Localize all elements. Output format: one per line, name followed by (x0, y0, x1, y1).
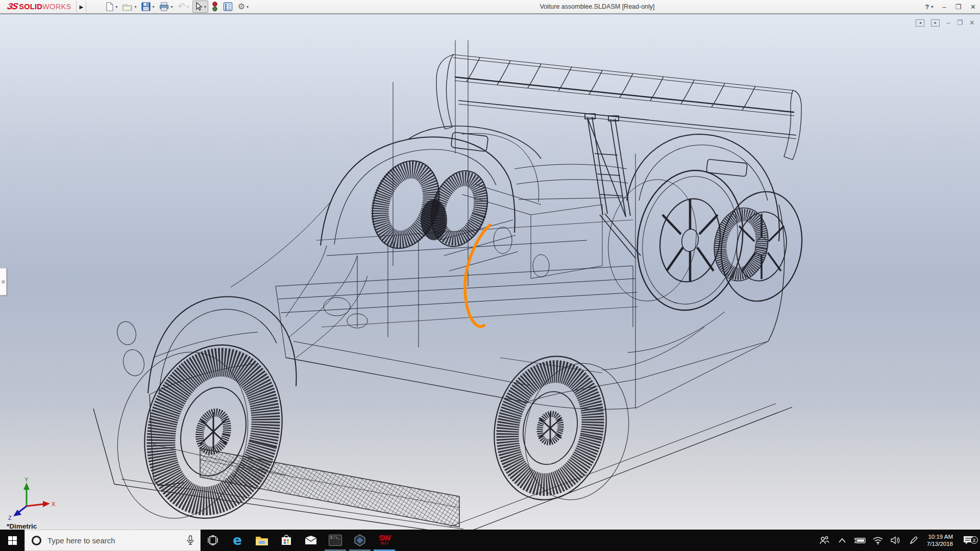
volume-button[interactable] (889, 536, 902, 544)
undo-dropdown[interactable]: ▾ (187, 5, 189, 9)
command-prompt-icon: C:\_ (329, 535, 342, 546)
new-document-dropdown[interactable]: ▾ (115, 5, 117, 9)
triad-x-label: X (52, 501, 56, 507)
doc-prev-button[interactable]: ◂ (916, 19, 924, 27)
restore-button[interactable]: ❐ (955, 3, 961, 11)
file-explorer-icon (255, 535, 268, 546)
save-button[interactable]: ▾ (140, 1, 156, 12)
mail-icon (305, 536, 317, 545)
document-properties-button[interactable] (222, 1, 234, 12)
new-document-icon (105, 2, 114, 11)
menu-flyout-button[interactable]: ▶ (76, 1, 86, 13)
save-floppy-icon (141, 2, 151, 11)
system-tray: 10:19 AM 7/13/2018 2 (818, 530, 980, 551)
start-button[interactable] (0, 530, 24, 551)
print-dropdown[interactable]: ▾ (170, 5, 173, 9)
wifi-icon (873, 537, 883, 544)
windows-logo-icon (8, 536, 17, 545)
help-dropdown[interactable]: ▾ (931, 5, 933, 9)
close-button[interactable]: ✕ (970, 3, 976, 11)
new-document-button[interactable]: ▾ (104, 1, 119, 12)
open-folder-icon (122, 2, 133, 11)
taskbar: Type here to search e (0, 530, 980, 551)
properties-list-icon (223, 2, 233, 11)
solidworks-logo: ЗS SOLID WORKS (0, 0, 76, 14)
quick-access-toolbar: ▾ ▾ ▾ (104, 1, 250, 13)
brand-name-light: WORKS (42, 3, 71, 11)
3d-viewer-button[interactable] (348, 530, 372, 551)
select-cursor-icon (194, 2, 203, 11)
document-window-controls: ◂ ▸ – ❐ ✕ (916, 19, 975, 27)
clock[interactable]: 10:19 AM 7/13/2018 (925, 533, 955, 547)
chevron-up-icon (839, 538, 846, 543)
action-center-button[interactable]: 2 (960, 536, 977, 545)
mail-button[interactable] (299, 530, 323, 551)
doc-close-button[interactable]: ✕ (969, 19, 975, 27)
brand-name-bold: SOLID (19, 3, 42, 11)
notification-badge: 2 (970, 536, 978, 544)
stoplight-icon (212, 2, 218, 12)
clock-time: 10:19 AM (927, 533, 953, 540)
file-explorer-button[interactable] (250, 530, 274, 551)
open-button[interactable]: ▾ (121, 1, 138, 12)
graphics-viewport[interactable]: ◂ ▸ – ❐ ✕ Y X Z *Dimetric (0, 14, 980, 530)
search-placeholder-text: Type here to search (47, 536, 187, 545)
options-button[interactable]: ⚙ ▾ (236, 2, 250, 12)
task-view-button[interactable] (201, 530, 225, 551)
microphone-icon[interactable] (187, 535, 194, 545)
feature-tree-collapsed-tab[interactable] (0, 268, 7, 295)
solidworks-logo-mark-icon: ЗS (6, 2, 19, 12)
network-button[interactable] (871, 537, 885, 544)
window-controls: ?▾ – ❐ ✕ (925, 0, 976, 14)
wireframe-car-drawing (0, 14, 980, 530)
microsoft-store-button[interactable] (274, 530, 299, 551)
solidworks-2017-icon: SW 2017 (379, 535, 390, 546)
speaker-icon (891, 536, 900, 544)
view-orientation-label: *Dimetric (7, 522, 37, 530)
undo-button[interactable]: ↶ ▾ (176, 2, 190, 11)
orientation-triad: Y X Z (7, 478, 56, 520)
battery-charging-icon (854, 537, 866, 544)
triad-z-label: Z (8, 515, 12, 520)
feature-tree-tab-knob-icon (2, 280, 5, 284)
doc-minimize-button[interactable]: – (946, 19, 950, 27)
command-prompt-button[interactable]: C:\_ (323, 530, 348, 551)
gear-icon: ⚙ (238, 3, 245, 11)
options-dropdown[interactable]: ▾ (247, 5, 249, 9)
help-button[interactable]: ?▾ (925, 3, 933, 11)
people-icon (819, 536, 829, 545)
titlebar: ЗS SOLID WORKS ▶ ▾ ▾ (0, 0, 980, 14)
select-button[interactable]: ▾ (192, 1, 208, 13)
taskbar-search-input[interactable]: Type here to search (24, 530, 201, 551)
undo-icon: ↶ (178, 3, 185, 10)
print-button[interactable]: ▾ (158, 1, 174, 12)
edge-icon: e (233, 533, 242, 548)
doc-next-button[interactable]: ▸ (931, 19, 940, 27)
select-dropdown[interactable]: ▾ (204, 5, 206, 9)
tray-overflow-button[interactable] (836, 538, 849, 543)
3d-viewer-icon (354, 534, 366, 546)
task-view-icon (207, 535, 218, 545)
pen-button[interactable] (907, 536, 920, 545)
battery-button[interactable] (853, 537, 867, 544)
people-button[interactable] (818, 536, 831, 545)
open-dropdown[interactable]: ▾ (134, 5, 136, 9)
edge-button[interactable]: e (225, 530, 250, 551)
pen-icon (909, 536, 918, 545)
triad-y-label: Y (24, 478, 29, 483)
save-dropdown[interactable]: ▾ (152, 5, 154, 9)
rebuild-stoplight-button[interactable] (210, 1, 219, 13)
print-icon (159, 2, 169, 11)
cortana-icon (32, 536, 41, 545)
doc-restore-button[interactable]: ❐ (957, 19, 963, 27)
minimize-button[interactable]: – (942, 3, 946, 11)
clock-date: 7/13/2018 (927, 540, 953, 547)
solidworks-2017-button[interactable]: SW 2017 (372, 530, 397, 551)
store-icon (281, 535, 292, 546)
